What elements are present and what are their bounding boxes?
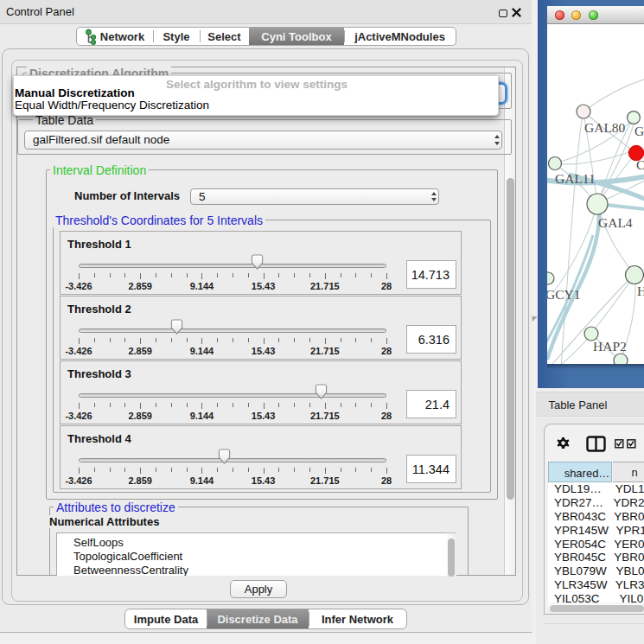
svg-text:C: C [636, 157, 644, 172]
svg-text:H: H [637, 284, 644, 298]
svg-text:G.: G. [634, 124, 644, 138]
svg-text:GCY1: GCY1 [547, 287, 580, 302]
svg-text:GAL11: GAL11 [555, 171, 596, 186]
svg-text:GAL4: GAL4 [598, 215, 633, 230]
svg-text:GAL80: GAL80 [584, 120, 626, 135]
svg-text:HAP2: HAP2 [593, 339, 627, 354]
